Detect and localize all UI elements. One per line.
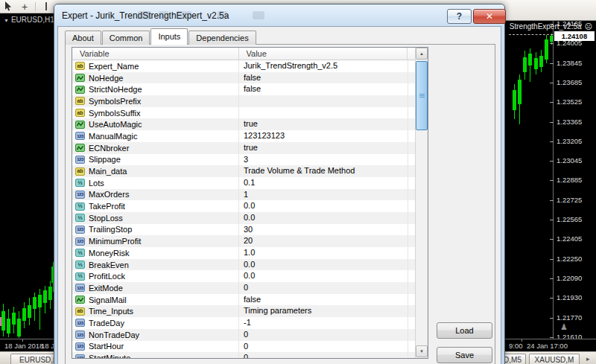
- param-value[interactable]: [239, 107, 408, 119]
- table-row[interactable]: 123TrailingStop30: [72, 224, 415, 236]
- dialog-body: About Common Inputs Dependencies Variabl…: [57, 26, 501, 364]
- price-tick-label: 1.22885: [557, 176, 582, 184]
- param-value[interactable]: 0.0: [239, 200, 408, 212]
- integer-param-icon: 123: [75, 354, 85, 358]
- help-button[interactable]: ?: [447, 9, 472, 24]
- table-row[interactable]: abMain_dataTrade Volume & Trade Method: [72, 165, 415, 177]
- param-value[interactable]: Timing parameters: [239, 305, 408, 317]
- param-value[interactable]: Jurik_TrendStrength_v2.5: [239, 60, 408, 72]
- row-stub: [408, 177, 415, 189]
- param-name: Main_data: [89, 167, 127, 176]
- param-value[interactable]: 0: [239, 329, 408, 341]
- param-name: Time_Inputs: [89, 307, 133, 316]
- integer-param-icon: 123: [75, 237, 85, 246]
- table-row[interactable]: NoHedgefalse: [72, 72, 415, 84]
- table-row[interactable]: abSymbolsPrefix: [72, 95, 415, 107]
- param-value[interactable]: 3: [239, 154, 408, 166]
- integer-param-icon: 123: [75, 284, 85, 292]
- table-row[interactable]: 123StartHour0: [72, 341, 415, 353]
- param-value[interactable]: 0: [239, 352, 408, 358]
- row-stub: [408, 189, 415, 201]
- double-param-icon: ½: [75, 272, 85, 281]
- param-value[interactable]: Trade Volume & Trade Method: [239, 165, 408, 177]
- param-value[interactable]: true: [239, 118, 408, 130]
- load-button[interactable]: Load: [437, 322, 492, 339]
- param-name: TradeDay: [89, 319, 124, 328]
- table-row[interactable]: abTime_InputsTiming parameters: [72, 305, 415, 317]
- table-row[interactable]: ECNbrokertrue: [72, 142, 415, 154]
- param-value[interactable]: true: [239, 142, 408, 154]
- table-row[interactable]: ½MoneyRisk1.0: [72, 247, 415, 259]
- titlebar-artifact: [218, 11, 227, 19]
- row-stub: [408, 247, 415, 259]
- row-stub: [408, 130, 415, 142]
- price-tick: [550, 318, 554, 319]
- tab-dependencies[interactable]: Dependencies: [188, 31, 256, 45]
- table-row[interactable]: 123ManualMagic123123123: [72, 130, 415, 142]
- tab-scroll-right-icon[interactable]: ▸: [586, 355, 590, 363]
- param-name: TakeProfit: [89, 202, 125, 211]
- price-tick-label: 1.22250: [557, 255, 582, 263]
- price-tick-label: 1.21930: [557, 293, 582, 301]
- table-row[interactable]: abExpert_NameJurik_TrendStrength_v2.5: [72, 60, 415, 72]
- table-row[interactable]: ½ProfitLock0.0: [72, 270, 415, 282]
- param-value[interactable]: 20: [239, 235, 408, 247]
- price-tick-label: 1.23845: [557, 59, 582, 67]
- row-stub: [408, 83, 415, 95]
- table-row[interactable]: ½TakeProfit0.0: [72, 200, 415, 212]
- scroll-down-button[interactable]: ▼: [416, 345, 428, 357]
- chart-tab-xauusd[interactable]: XAUUSD,M: [529, 354, 580, 364]
- param-value[interactable]: false: [239, 83, 408, 95]
- param-value[interactable]: 0.1: [239, 177, 408, 189]
- titlebar-artifact: [138, 11, 151, 19]
- row-stub: [408, 305, 415, 317]
- dialog-titlebar[interactable]: Expert - Jurik_TrendStrengthExpert_v2.5a…: [57, 4, 501, 26]
- v-scrollbar[interactable]: ▲ ▼: [415, 48, 428, 358]
- table-row[interactable]: ½StopLoss0.0: [72, 212, 415, 224]
- table-header-value[interactable]: Value: [239, 48, 408, 60]
- table-row[interactable]: 123MaxOrders1: [72, 189, 415, 201]
- table-row[interactable]: UseAutoMagictrue: [72, 118, 415, 130]
- scroll-thumb[interactable]: [416, 61, 428, 130]
- table-row[interactable]: abSymbolsSuffix: [72, 107, 415, 119]
- save-button[interactable]: Save: [437, 347, 492, 363]
- param-value[interactable]: 0.0: [239, 270, 408, 282]
- tab-common[interactable]: Common: [102, 31, 150, 45]
- integer-param-icon: 123: [75, 132, 85, 140]
- param-value[interactable]: 1: [239, 189, 408, 201]
- param-value[interactable]: 30: [239, 224, 408, 236]
- table-row[interactable]: 123MinimumProfit20: [72, 235, 415, 247]
- price-tick: [550, 83, 554, 83]
- table-row[interactable]: 123NonTradeDay0: [72, 329, 415, 341]
- table-row[interactable]: SignalMailfalse: [72, 294, 415, 306]
- tab-inputs[interactable]: Inputs: [150, 28, 188, 45]
- param-value[interactable]: 1.0: [239, 247, 408, 259]
- param-name: BreakEven: [89, 261, 129, 269]
- param-value[interactable]: 0: [239, 341, 408, 353]
- param-value[interactable]: [239, 95, 408, 107]
- table-header-stub: [408, 48, 415, 60]
- param-value[interactable]: false: [239, 294, 408, 306]
- param-name: SymbolsSuffix: [89, 109, 141, 118]
- param-value[interactable]: 0: [239, 282, 408, 294]
- scroll-up-button[interactable]: ▲: [416, 48, 428, 60]
- table-row[interactable]: 123Slippage3: [72, 154, 415, 166]
- close-button[interactable]: ✕: [473, 9, 506, 24]
- param-value[interactable]: 123123123: [239, 130, 408, 142]
- boolean-param-icon: [75, 74, 85, 82]
- table-row[interactable]: ½BreakEven0.0: [72, 259, 415, 271]
- param-value[interactable]: 0.0: [239, 212, 408, 224]
- param-value[interactable]: 0.0: [239, 259, 408, 271]
- table-header-variable[interactable]: Variable: [72, 48, 239, 60]
- table-row[interactable]: 123TradeDay-1: [72, 317, 415, 329]
- tab-about[interactable]: About: [65, 31, 101, 45]
- param-value[interactable]: false: [239, 72, 408, 84]
- time-label: 18 Jan 2018: [4, 342, 43, 350]
- param-name: SymbolsPrefix: [89, 97, 141, 106]
- table-row[interactable]: ½Lots0.1: [72, 177, 415, 189]
- row-stub: [408, 352, 415, 358]
- table-row[interactable]: 123StartMinute0: [72, 352, 415, 358]
- table-row[interactable]: 123ExitMode0: [72, 282, 415, 294]
- param-value[interactable]: -1: [239, 317, 408, 329]
- table-row[interactable]: StrictNoHedgefalse: [72, 83, 415, 95]
